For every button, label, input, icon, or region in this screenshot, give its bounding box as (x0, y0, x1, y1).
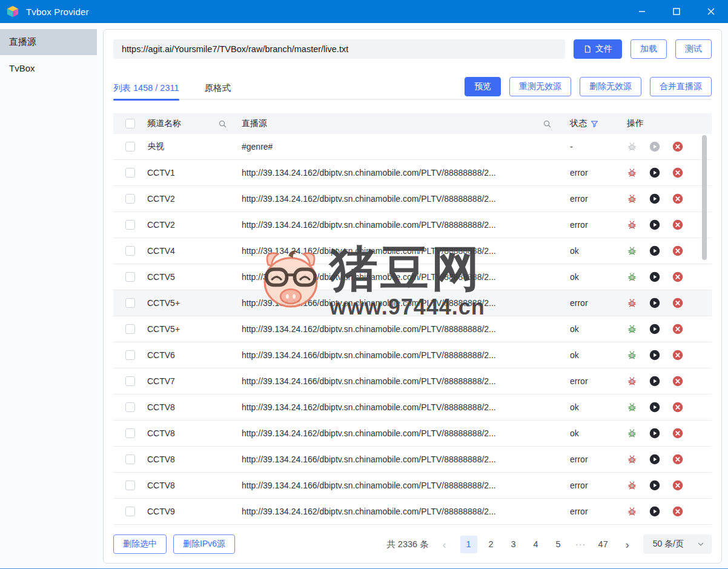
source-url-input[interactable]: https://agit.ai/Yoursmile7/TVBox/raw/bra… (113, 39, 565, 59)
delete-icon[interactable] (672, 167, 683, 178)
play-icon[interactable] (649, 324, 660, 334)
delete-icon[interactable] (672, 454, 683, 465)
play-icon[interactable] (649, 298, 660, 308)
sidebar-item-tvbox[interactable]: TvBox (0, 55, 97, 81)
play-icon[interactable] (649, 193, 660, 204)
test-button[interactable]: 测试 (675, 39, 712, 59)
page-47[interactable]: 47 (595, 536, 612, 553)
delete-icon[interactable] (672, 428, 683, 439)
play-icon[interactable] (649, 271, 660, 282)
retest-invalid-button[interactable]: 重测无效源 (509, 77, 571, 96)
test-bug-icon[interactable] (627, 454, 637, 465)
delete-icon[interactable] (672, 245, 683, 256)
play-icon[interactable] (649, 506, 660, 517)
row-checkbox[interactable] (125, 142, 135, 151)
row-checkbox[interactable] (125, 481, 135, 490)
delete-icon[interactable] (672, 324, 683, 334)
delete-ipv6-button[interactable]: 删除IPv6源 (173, 534, 235, 554)
next-page-button[interactable]: › (620, 539, 635, 550)
row-checkbox[interactable] (125, 428, 135, 438)
row-checkbox[interactable] (125, 324, 135, 334)
play-icon[interactable] (649, 141, 660, 152)
test-bug-icon[interactable] (627, 507, 637, 517)
row-checkbox[interactable] (125, 350, 135, 360)
play-icon[interactable] (649, 245, 660, 256)
minimize-button[interactable] (624, 0, 659, 23)
tab-list[interactable]: 列表 1458 / 2311 (113, 76, 179, 99)
test-bug-icon[interactable] (627, 298, 637, 308)
test-bug-icon[interactable] (627, 428, 637, 439)
play-icon[interactable] (649, 480, 660, 491)
test-bug-icon[interactable] (627, 272, 637, 282)
row-checkbox[interactable] (125, 194, 135, 204)
channel-search-icon[interactable] (218, 119, 227, 128)
delete-icon[interactable] (672, 219, 683, 230)
merge-sources-button[interactable]: 合并直播源 (650, 77, 712, 96)
tab-raw-format[interactable]: 原格式 (205, 76, 231, 99)
page-2[interactable]: 2 (483, 536, 500, 553)
delete-icon[interactable] (672, 271, 683, 282)
test-bug-icon[interactable] (627, 246, 637, 256)
delete-icon[interactable] (672, 376, 683, 387)
table-row: CCTV8 http://39.134.24.162/dbiptv.sn.chi… (113, 394, 712, 421)
test-bug-icon[interactable] (627, 194, 637, 204)
test-bug-icon[interactable] (627, 324, 637, 334)
delete-invalid-button[interactable]: 删除无效源 (580, 77, 641, 96)
prev-page-button[interactable]: ‹ (437, 539, 452, 550)
row-checkbox[interactable] (125, 402, 135, 412)
row-checkbox[interactable] (125, 507, 135, 516)
delete-icon[interactable] (672, 141, 683, 152)
test-bug-icon[interactable] (627, 376, 637, 387)
delete-icon[interactable] (672, 402, 683, 413)
page-3[interactable]: 3 (505, 536, 522, 553)
sidebar-item-live-source[interactable]: 直播源 (0, 29, 97, 55)
delete-icon[interactable] (672, 350, 683, 361)
play-icon[interactable] (649, 402, 660, 413)
test-bug-icon[interactable] (627, 481, 637, 491)
test-bug-icon[interactable] (627, 142, 637, 152)
row-checkbox[interactable] (125, 454, 135, 464)
page-size-select[interactable]: 50 条/页 (643, 534, 712, 554)
channel-name: CCTV2 (147, 194, 175, 204)
row-checkbox[interactable] (125, 220, 135, 230)
play-icon[interactable] (649, 219, 660, 230)
delete-icon[interactable] (672, 480, 683, 491)
status-filter-icon[interactable] (590, 119, 599, 128)
test-bug-icon[interactable] (627, 402, 637, 413)
row-checkbox[interactable] (125, 246, 135, 256)
select-all-checkbox[interactable] (125, 119, 135, 128)
table-row: CCTV7 http://39.134.24.166/dbiptv.sn.chi… (113, 368, 712, 394)
row-checkbox[interactable] (125, 298, 135, 308)
play-icon[interactable] (649, 167, 660, 178)
play-icon[interactable] (649, 350, 660, 361)
play-icon[interactable] (649, 376, 660, 387)
source-url: http://39.134.24.162/dbiptv.sn.chinamobi… (242, 402, 496, 412)
table-row: CCTV8 http://39.134.24.162/dbiptv.sn.chi… (113, 421, 712, 447)
close-button[interactable] (693, 0, 728, 23)
test-bug-icon[interactable] (627, 168, 637, 178)
row-checkbox[interactable] (125, 168, 135, 178)
table-scrollbar-thumb[interactable] (702, 135, 707, 260)
preview-button[interactable]: 预览 (465, 77, 501, 96)
load-button[interactable]: 加载 (630, 39, 667, 59)
page-4[interactable]: 4 (528, 536, 544, 553)
test-bug-icon[interactable] (627, 350, 637, 361)
test-bug-icon[interactable] (627, 220, 637, 230)
source-search-icon[interactable] (543, 119, 552, 128)
page-list: 12345···47 (460, 536, 612, 553)
play-icon[interactable] (649, 428, 660, 439)
file-button[interactable]: 文件 (574, 39, 622, 59)
file-icon (583, 45, 592, 53)
play-icon[interactable] (649, 454, 660, 465)
delete-selected-button[interactable]: 删除选中 (113, 534, 167, 554)
page-5[interactable]: 5 (550, 536, 567, 553)
maximize-button[interactable] (659, 0, 693, 23)
page-1[interactable]: 1 (460, 536, 477, 553)
row-checkbox[interactable] (125, 376, 135, 386)
row-checkbox[interactable] (125, 272, 135, 282)
table-footer: 删除选中 删除IPv6源 共 2336 条 ‹ 12345···47 › 50 … (113, 534, 712, 554)
delete-icon[interactable] (672, 298, 683, 308)
delete-icon[interactable] (672, 193, 683, 204)
delete-icon[interactable] (672, 506, 683, 517)
pages-ellipsis[interactable]: ··· (572, 536, 589, 553)
